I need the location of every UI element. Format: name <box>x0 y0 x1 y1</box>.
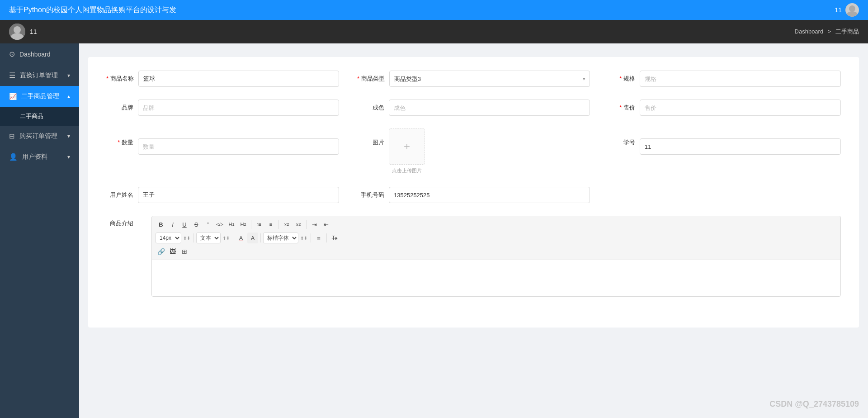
product-name-label: 商品名称 <box>106 75 134 83</box>
text-type-arrow: ⬆⬇ <box>222 236 230 241</box>
toolbar-sep-4 <box>193 233 194 242</box>
spec-field: 规格 <box>608 71 841 87</box>
image-upload-text: 点击上传图片 <box>392 167 422 174</box>
header-left: 11 <box>9 24 37 40</box>
title-avatar <box>845 3 859 17</box>
title-bar: 基于Python的校园个人闲置物品换购平台的设计与发 11 <box>0 0 868 20</box>
table-button[interactable]: ⊞ <box>179 246 190 257</box>
sidebar-item-dashboard[interactable]: ⊙ Dashboard <box>0 43 79 65</box>
italic-button[interactable]: I <box>167 219 178 230</box>
sidebar-item-user-info[interactable]: 👤 用户资料 ▾ <box>0 147 79 167</box>
username-input[interactable] <box>138 187 339 203</box>
student-id-label: 学号 <box>608 138 635 147</box>
breadcrumb-sep: > <box>828 28 833 35</box>
h2-button[interactable]: H2 <box>238 219 249 230</box>
chevron-down-icon-3: ▾ <box>67 154 70 160</box>
color-input[interactable] <box>389 100 590 116</box>
spec-input[interactable] <box>640 71 841 87</box>
link-button[interactable]: 🔗 <box>156 246 166 257</box>
editor-body[interactable] <box>152 260 840 296</box>
quantity-field: 数量 <box>106 128 339 155</box>
form-card: 商品名称 商品类型 商品类型3 商品类型1 商品类型2 ▾ <box>88 57 859 328</box>
strikethrough-button[interactable]: S <box>191 219 202 230</box>
text-type-select[interactable]: 文本 H1 H2 <box>196 233 221 243</box>
header-avatar <box>9 24 25 40</box>
chevron-down-icon: ▾ <box>67 72 70 79</box>
image-insert-button[interactable]: 🖼 <box>167 246 178 257</box>
brand-label: 品牌 <box>106 104 133 112</box>
quote-button[interactable]: " <box>203 219 213 230</box>
superscript-button[interactable]: x2 <box>293 219 304 230</box>
h1-button[interactable]: H1 <box>226 219 237 230</box>
product-name-input[interactable] <box>138 71 339 87</box>
main-content: 商品名称 商品类型 商品类型3 商品类型1 商品类型2 ▾ <box>79 43 868 418</box>
sidebar-item-swap-orders[interactable]: ☰ 置换订单管理 ▾ <box>0 65 79 86</box>
sidebar-item-buy-orders[interactable]: ⊟ 购买订单管理 ▾ <box>0 126 79 147</box>
second-hand-icon: 📈 <box>9 93 17 100</box>
font-family-select[interactable]: 标楷字体 Arial <box>263 233 298 243</box>
sidebar-label-dashboard: Dashboard <box>19 51 51 58</box>
product-type-select-wrap: 商品类型3 商品类型1 商品类型2 ▾ <box>389 71 590 87</box>
user-info-icon: 👤 <box>9 153 18 161</box>
bold-button[interactable]: B <box>156 219 166 230</box>
sidebar-sub-menu: 二手商品 <box>0 107 79 126</box>
align-button[interactable]: ≡ <box>313 233 324 243</box>
font-size-select[interactable]: 12px 14px 16px 18px <box>156 233 181 243</box>
spec-label: 规格 <box>608 75 635 83</box>
username-field: 用户姓名 <box>106 187 339 203</box>
price-input[interactable] <box>640 100 841 116</box>
font-family-arrow: ⬆⬇ <box>300 236 307 241</box>
font-bg-color-button[interactable]: A <box>247 233 258 243</box>
product-type-select[interactable]: 商品类型3 商品类型1 商品类型2 <box>389 71 590 87</box>
app-title: 基于Python的校园个人闲置物品换购平台的设计与发 <box>9 5 176 15</box>
clear-format-button[interactable]: Tx <box>329 233 340 243</box>
toolbar-sep-6 <box>260 233 261 242</box>
brand-input[interactable] <box>138 100 339 116</box>
breadcrumb: Dashboard > 二手商品 <box>795 28 859 36</box>
phone-field: 手机号码 <box>357 187 590 203</box>
image-label: 图片 <box>357 128 384 147</box>
main-layout: ⊙ Dashboard ☰ 置换订单管理 ▾ 📈 二手商品管理 ▴ 二手商品 ⊟… <box>0 43 868 418</box>
price-label: 售价 <box>608 104 635 112</box>
plus-icon: + <box>404 141 410 152</box>
quantity-label: 数量 <box>106 138 133 147</box>
form-row-1: 商品名称 商品类型 商品类型3 商品类型1 商品类型2 ▾ <box>106 71 841 87</box>
title-bar-right: 11 <box>835 3 859 17</box>
editor-toolbar: B I U S " </> H1 H2 :≡ ≡ <box>152 216 840 260</box>
description-label: 商品介绍 <box>106 216 133 228</box>
font-size-arrow: ⬆⬇ <box>183 236 190 241</box>
editor-container: B I U S " </> H1 H2 :≡ ≡ <box>151 216 841 297</box>
chevron-up-icon: ▴ <box>67 93 70 100</box>
student-id-input[interactable] <box>640 138 841 155</box>
phone-input[interactable] <box>389 187 590 203</box>
ordered-list-button[interactable]: :≡ <box>254 219 264 230</box>
svg-point-1 <box>847 11 858 17</box>
sidebar-item-second-hand[interactable]: 📈 二手商品管理 ▴ <box>0 86 79 107</box>
price-field: 售价 <box>608 100 841 116</box>
subscript-button[interactable]: x2 <box>281 219 292 230</box>
form-row-2: 品牌 成色 售价 <box>106 100 841 116</box>
indent-button[interactable]: ⇥ <box>309 219 320 230</box>
toolbar-row-3: 🔗 🖼 ⊞ <box>156 246 837 257</box>
form-row-5: 商品介绍 B I U S " </> H1 <box>106 216 841 297</box>
outdent-button[interactable]: ⇤ <box>321 219 331 230</box>
product-name-field: 商品名称 <box>106 71 339 87</box>
toolbar-sep-8 <box>326 233 327 242</box>
product-type-label: 商品类型 <box>357 75 385 83</box>
svg-point-0 <box>849 5 855 12</box>
toolbar-row-2: 12px 14px 16px 18px ⬆⬇ 文本 H1 <box>156 233 837 243</box>
toolbar-sep-3 <box>306 220 307 229</box>
underline-button[interactable]: U <box>179 219 190 230</box>
unordered-list-button[interactable]: ≡ <box>265 219 276 230</box>
sidebar: ⊙ Dashboard ☰ 置换订单管理 ▾ 📈 二手商品管理 ▴ 二手商品 ⊟… <box>0 43 79 418</box>
sidebar-label-swap: 置换订单管理 <box>20 71 58 80</box>
toolbar-sep-2 <box>278 220 279 229</box>
font-color-button[interactable]: A <box>236 233 246 243</box>
sidebar-sub-item-second-hand[interactable]: 二手商品 <box>0 107 79 126</box>
sidebar-label-user: 用户资料 <box>22 153 47 161</box>
form-row-3: 数量 图片 + 点击上传图片 <box>106 128 841 174</box>
image-upload-area[interactable]: + <box>389 128 425 165</box>
code-button[interactable]: </> <box>214 219 225 230</box>
toolbar-row-1: B I U S " </> H1 H2 :≡ ≡ <box>156 219 837 230</box>
quantity-input[interactable] <box>138 138 339 155</box>
